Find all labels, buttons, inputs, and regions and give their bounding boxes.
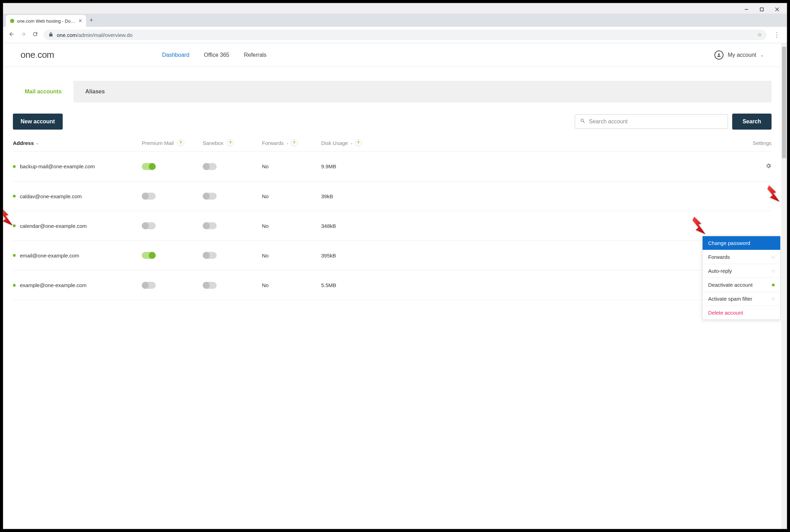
tab-close-icon[interactable]: ×	[79, 18, 82, 24]
table-row: caldav@one-example.comNo39kB	[13, 182, 772, 211]
vertical-scrollbar[interactable]	[781, 43, 787, 529]
status-dot-icon	[13, 165, 16, 168]
disk-cell: 395kB	[321, 253, 391, 259]
sanebox-toggle[interactable]	[203, 222, 217, 229]
column-disk-usage[interactable]: Disk Usage ⌄ ?	[321, 139, 391, 146]
dropdown-change-password[interactable]: Change password	[703, 236, 780, 250]
dropdown-delete[interactable]: Delete account	[703, 306, 780, 319]
sanebox-cell	[203, 222, 262, 229]
address-cell: example@one-example.com	[13, 282, 142, 288]
user-icon	[714, 51, 723, 60]
settings-cell	[765, 163, 772, 170]
status-dot-icon	[13, 195, 16, 198]
url-path: /admin/mail/overview.do	[77, 32, 133, 38]
forward-button[interactable]	[20, 31, 27, 39]
sanebox-cell	[203, 193, 262, 200]
browser-tab[interactable]: one.com Web hosting - Domain ×	[6, 15, 86, 27]
new-account-button[interactable]: New account	[13, 114, 63, 130]
premium-toggle[interactable]	[142, 193, 156, 200]
status-dot-icon	[772, 256, 775, 259]
tab-aliases[interactable]: Aliases	[73, 81, 117, 102]
disk-cell: 39kB	[321, 193, 391, 199]
page-tabs: Mail accounts Aliases	[13, 81, 772, 102]
column-forwards[interactable]: Forwards ⌄ ?	[262, 139, 321, 146]
help-icon[interactable]: ?	[291, 139, 298, 146]
scrollbar-thumb[interactable]	[782, 47, 786, 158]
address-cell: caldav@one-example.com	[13, 193, 142, 199]
table-row: backup-mail@one-example.comNo9.9MB	[13, 152, 772, 182]
browser-menu-button[interactable]: ⋮	[772, 31, 782, 39]
favicon-icon	[10, 19, 14, 23]
help-icon[interactable]: ?	[227, 139, 234, 146]
address-cell: email@one-example.com	[13, 253, 142, 259]
reload-button[interactable]	[32, 31, 39, 39]
dropdown-auto-reply[interactable]: Auto-reply	[703, 264, 780, 278]
browser-toolbar: one.com/admin/mail/overview.do ☆ ⋮	[3, 27, 787, 43]
help-icon[interactable]: ?	[355, 139, 362, 146]
bookmark-star-icon[interactable]: ☆	[757, 32, 762, 38]
window-close-button[interactable]	[774, 7, 780, 12]
address-text: caldav@one-example.com	[20, 193, 82, 199]
disk-cell: 9.9MB	[321, 163, 391, 169]
column-address[interactable]: Address ⌄	[13, 140, 142, 146]
sanebox-toggle[interactable]	[203, 193, 217, 200]
dropdown-spam-filter[interactable]: Activate spam filter	[703, 292, 780, 306]
dropdown-forwards[interactable]: Forwards	[703, 250, 780, 264]
chevron-down-icon: ⌄	[36, 141, 39, 145]
action-row: New account Search	[13, 114, 772, 130]
sanebox-toggle[interactable]	[203, 252, 217, 259]
premium-cell	[142, 252, 203, 259]
browser-tab-title: one.com Web hosting - Domain	[17, 18, 76, 24]
address-text: email@one-example.com	[20, 253, 79, 259]
premium-toggle[interactable]	[142, 163, 156, 170]
table-header: Address ⌄ Premium Mail ? Sanebox ? Forwa…	[13, 130, 772, 152]
address-text: backup-mail@one-example.com	[20, 163, 95, 169]
gear-icon[interactable]	[765, 164, 772, 170]
dropdown-deactivate[interactable]: Deactivate account	[703, 278, 780, 292]
url-domain: one.com	[57, 32, 77, 38]
premium-cell	[142, 222, 203, 229]
table-row: example@one-example.comNo5.5MB	[13, 270, 772, 300]
forwards-cell: No	[262, 193, 321, 199]
top-nav: Dashboard Office 365 Referrals	[162, 52, 266, 58]
status-dot-icon	[772, 298, 775, 300]
disk-cell: 5.5MB	[321, 282, 391, 288]
window-minimize-button[interactable]	[744, 7, 749, 12]
search-box[interactable]	[575, 114, 728, 129]
column-settings: Settings	[753, 140, 772, 146]
tab-mail-accounts[interactable]: Mail accounts	[13, 81, 73, 102]
back-button[interactable]	[8, 31, 15, 39]
help-icon[interactable]: ?	[177, 139, 184, 146]
search-button[interactable]: Search	[732, 114, 772, 130]
premium-cell	[142, 282, 203, 289]
sanebox-cell	[203, 163, 262, 170]
address-bar[interactable]: one.com/admin/mail/overview.do ☆	[44, 30, 767, 40]
account-menu[interactable]: My account ⌄	[714, 51, 764, 60]
premium-toggle[interactable]	[142, 282, 156, 289]
nav-referrals[interactable]: Referrals	[244, 52, 266, 58]
address-cell: backup-mail@one-example.com	[13, 163, 142, 169]
new-tab-button[interactable]: +	[86, 14, 97, 27]
search-input[interactable]	[589, 118, 723, 125]
site-logo[interactable]: one.com	[21, 49, 54, 60]
premium-toggle[interactable]	[142, 252, 156, 259]
address-cell: calendar@one-example.com	[13, 223, 142, 229]
sanebox-toggle[interactable]	[203, 282, 217, 289]
forwards-cell: No	[262, 223, 321, 229]
lock-icon	[48, 32, 53, 38]
window-maximize-button[interactable]	[759, 7, 765, 12]
sanebox-cell	[203, 282, 262, 289]
premium-toggle[interactable]	[142, 222, 156, 229]
disk-cell: 348kB	[321, 223, 391, 229]
premium-cell	[142, 163, 203, 170]
chevron-down-icon: ⌄	[286, 141, 289, 145]
status-dot-icon	[13, 224, 16, 227]
nav-dashboard[interactable]: Dashboard	[162, 52, 189, 58]
forwards-cell: No	[262, 282, 321, 288]
nav-office365[interactable]: Office 365	[204, 52, 230, 58]
table-row: email@one-example.comNo395kB	[13, 241, 772, 270]
account-label: My account	[728, 52, 756, 58]
sanebox-toggle[interactable]	[203, 163, 217, 170]
forwards-cell: No	[262, 253, 321, 259]
svg-rect-1	[760, 8, 764, 11]
